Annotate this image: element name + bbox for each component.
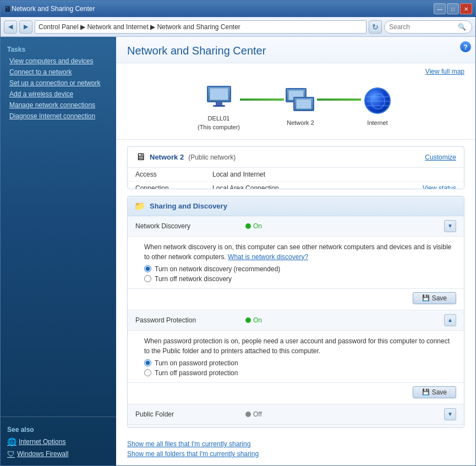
- sidebar-tasks-title: Tasks: [1, 42, 116, 56]
- connector-1: [240, 98, 284, 101]
- turn-on-password-option[interactable]: Turn on password protection: [144, 359, 456, 367]
- public-folder-row: Public Folder Off ▼: [128, 404, 464, 425]
- minimize-button[interactable]: —: [434, 3, 446, 14]
- password-save-button[interactable]: 💾 Save: [413, 386, 456, 398]
- title-bar-title: Network and Sharing Center: [12, 5, 434, 13]
- turn-off-password-radio[interactable]: [144, 369, 151, 376]
- password-protection-label: Password Protection: [135, 316, 245, 324]
- password-desc: When password protection is on, people n…: [144, 336, 456, 356]
- connection-label: Connection: [135, 184, 212, 189]
- forward-button[interactable]: ▶: [19, 20, 32, 34]
- search-box: 🔍: [384, 20, 472, 34]
- see-also-title: See also: [1, 423, 116, 436]
- search-icon[interactable]: 🔍: [457, 21, 467, 33]
- network-discovery-status-dot: [245, 223, 251, 229]
- discovery-save-button[interactable]: 💾 Save: [413, 292, 456, 304]
- bottom-links: Show me all files that I'm currently sha…: [116, 435, 475, 465]
- network-discovery-link[interactable]: What is network discovery?: [228, 253, 308, 261]
- password-protection-row: Password Protection On ▲: [128, 310, 464, 331]
- network-label: Network 2: [287, 119, 314, 126]
- main-window: 🖥 Network and Sharing Center — □ ✕ ◀ ▶ C…: [0, 0, 476, 466]
- address-bar: ◀ ▶ Control Panel ▶ Network and Internet…: [1, 17, 475, 37]
- search-input[interactable]: [389, 23, 457, 31]
- printer-sharing-row: Printer Sharing Off ▼: [128, 425, 464, 428]
- save-icon: 💾: [422, 294, 430, 301]
- back-button[interactable]: ◀: [4, 20, 17, 34]
- refresh-button[interactable]: ↻: [369, 20, 382, 34]
- password-detail: When password protection is on, people n…: [128, 331, 464, 383]
- network-discovery-desc: When network discovery is on, this compu…: [144, 242, 456, 262]
- public-folder-expand-btn[interactable]: ▼: [444, 408, 456, 420]
- network-type: (Public network): [188, 153, 236, 161]
- content-area: Network and Sharing Center ? View full m…: [116, 37, 475, 465]
- computer-label: DELL01: [208, 115, 230, 122]
- help-button[interactable]: ?: [460, 41, 471, 52]
- map-items: DELL01 (This computer): [127, 80, 464, 130]
- turn-on-password-radio[interactable]: [144, 359, 151, 366]
- sidebar-item-manage[interactable]: Manage network connections: [1, 100, 116, 111]
- turn-off-discovery-label: Turn off network discovery: [155, 275, 232, 283]
- title-bar-buttons: — □ ✕: [434, 3, 472, 14]
- network-info-section: 🖥 Network 2 (Public network) Customize A…: [127, 146, 464, 189]
- title-bar: 🖥 Network and Sharing Center — □ ✕: [1, 1, 475, 17]
- internet-label: Internet: [367, 119, 387, 126]
- close-button[interactable]: ✕: [460, 3, 472, 14]
- turn-on-password-label: Turn on password protection: [155, 359, 238, 367]
- network-discovery-detail: When network discovery is on, this compu…: [128, 237, 464, 289]
- show-folders-link[interactable]: Show me all folders that I'm currently s…: [127, 450, 464, 458]
- computer-sublabel: (This computer): [198, 124, 240, 130]
- sidebar-item-internet-options[interactable]: 🌐 Internet Options: [1, 436, 116, 448]
- sharing-section: 📁 Sharing and Discovery Network Discover…: [127, 196, 464, 428]
- turn-on-discovery-radio[interactable]: [144, 265, 151, 272]
- connection-value: Local Area Connection: [212, 184, 423, 189]
- sidebar-item-setup[interactable]: Set up a connection or network: [1, 78, 116, 89]
- sidebar-item-windows-firewall[interactable]: 🛡 Windows Firewall: [1, 448, 116, 460]
- main-layout: Tasks View computers and devices Connect…: [1, 37, 475, 465]
- password-status-dot: [245, 317, 251, 323]
- public-folder-dot: [245, 412, 251, 417]
- sharing-title: Sharing and Discovery: [150, 202, 227, 210]
- network-name: Network 2: [150, 153, 184, 161]
- network-header: 🖥 Network 2 (Public network) Customize: [128, 147, 464, 168]
- sidebar-item-wireless[interactable]: Add a wireless device: [1, 89, 116, 100]
- network-icon: [284, 84, 317, 117]
- connector-2: [317, 98, 361, 101]
- title-bar-icon: 🖥: [4, 4, 12, 13]
- address-path[interactable]: Control Panel ▶ Network and Internet ▶ N…: [35, 20, 366, 34]
- turn-on-discovery-option[interactable]: Turn on network discovery (recommended): [144, 265, 456, 273]
- map-internet: Internet: [361, 84, 394, 126]
- turn-off-discovery-option[interactable]: Turn off network discovery: [144, 275, 456, 283]
- show-files-link[interactable]: Show me all files that I'm currently sha…: [127, 440, 464, 448]
- password-expand-btn[interactable]: ▲: [444, 314, 456, 326]
- turn-off-password-label: Turn off password protection: [155, 369, 238, 377]
- network-discovery-status: On: [253, 222, 262, 230]
- password-save-icon: 💾: [422, 388, 430, 396]
- customize-link[interactable]: Customize: [425, 153, 456, 161]
- internet-icon: [361, 84, 394, 117]
- turn-on-discovery-label: Turn on network discovery (recommended): [155, 265, 280, 273]
- view-status-link[interactable]: View status: [423, 184, 456, 189]
- content-header: Network and Sharing Center: [116, 37, 475, 63]
- network-discovery-row: Network Discovery On ▼: [128, 216, 464, 237]
- network-discovery-expand-btn[interactable]: ▼: [444, 220, 456, 232]
- access-label: Access: [135, 171, 212, 178]
- network-map: View full map: [116, 63, 475, 140]
- sidebar-item-diagnose[interactable]: Diagnose Internet connection: [1, 111, 116, 122]
- maximize-button[interactable]: □: [447, 3, 459, 14]
- access-value: Local and Internet: [212, 171, 456, 178]
- connection-row: Connection Local Area Connection View st…: [128, 182, 464, 189]
- sidebar-item-connect[interactable]: Connect to a network: [1, 67, 116, 78]
- sharing-header: 📁 Sharing and Discovery: [128, 196, 464, 216]
- public-folder-status: Off: [253, 410, 262, 418]
- sidebar: Tasks View computers and devices Connect…: [1, 37, 116, 465]
- discovery-save-row: 💾 Save: [128, 289, 464, 310]
- view-full-map-link[interactable]: View full map: [425, 68, 464, 75]
- network-name-area: 🖥 Network 2 (Public network): [135, 151, 425, 163]
- content-header-wrapper: Network and Sharing Center ?: [116, 37, 475, 63]
- turn-off-password-option[interactable]: Turn off password protection: [144, 369, 456, 377]
- turn-off-discovery-radio[interactable]: [144, 275, 151, 282]
- sidebar-see-also: See also 🌐 Internet Options 🛡 Windows Fi…: [1, 416, 116, 460]
- sidebar-item-view-computers[interactable]: View computers and devices: [1, 56, 116, 67]
- sidebar-tasks: Tasks View computers and devices Connect…: [1, 42, 116, 122]
- network-discovery-label: Network Discovery: [135, 222, 245, 230]
